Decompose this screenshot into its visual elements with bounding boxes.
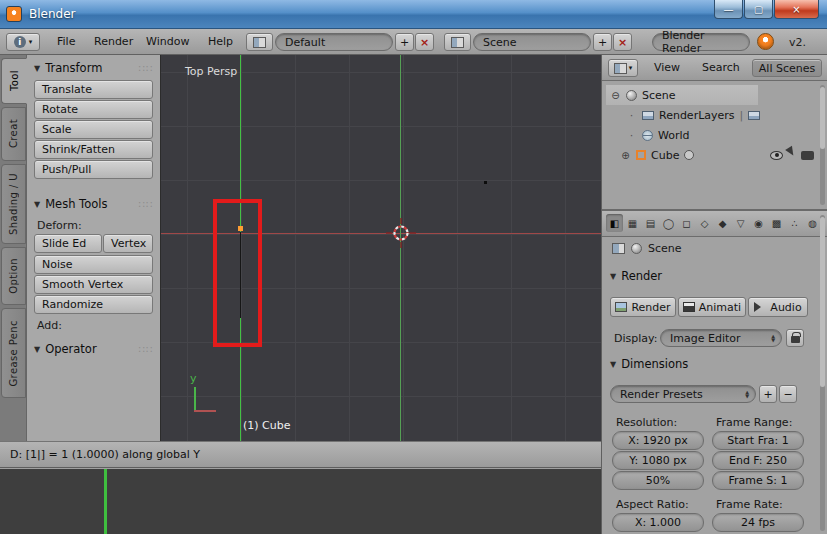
outliner-row-world[interactable]: · World	[602, 125, 820, 145]
layout-browse-button[interactable]	[246, 33, 273, 51]
shrink-fatten-button[interactable]: Shrink/Fatten	[34, 140, 153, 159]
properties-tab-modifiers-icon[interactable]: ◆	[714, 214, 731, 232]
viewport-3d[interactable]: Top Persp y (1) Cube	[160, 55, 601, 441]
properties-tab-physics-icon[interactable]: ◍	[804, 214, 821, 232]
properties-tab-scene-icon[interactable]: ▤	[642, 214, 659, 232]
aspect-x-field[interactable]: X: 1.000	[612, 513, 704, 532]
smooth-vertex-button[interactable]: Smooth Vertex	[34, 275, 153, 294]
close-button[interactable]: ×	[774, 0, 819, 19]
menu-window[interactable]: Window	[146, 35, 189, 48]
scene-add-button[interactable]: +	[593, 33, 612, 51]
properties-tab-particles-icon[interactable]: ∴	[786, 214, 803, 232]
view-name-label: Top Persp	[185, 65, 237, 78]
operator-panel-header[interactable]: ▼ Operator ∷∷	[27, 336, 160, 360]
layout-delete-button[interactable]: ×	[415, 33, 434, 51]
tab-create[interactable]: Creat	[1, 107, 26, 161]
render-still-button[interactable]: Render	[610, 297, 676, 317]
noise-button[interactable]: Noise	[34, 255, 153, 274]
frame-step-field[interactable]: Frame S: 1	[712, 471, 804, 490]
outliner-row-scene[interactable]: ⊖ Scene	[602, 85, 820, 105]
render-engine-dropdown[interactable]: Blender Render	[652, 33, 750, 51]
outliner-scrollbar[interactable]	[820, 85, 825, 205]
context-pin-icon[interactable]	[612, 243, 625, 254]
renderability-camera-icon[interactable]	[801, 151, 814, 160]
panel-grip-icon[interactable]: ∷∷	[138, 199, 153, 210]
expand-icon[interactable]: ⊕	[620, 150, 631, 161]
outliner-scope-dropdown[interactable]: All Scenes	[752, 59, 822, 77]
timeline[interactable]	[0, 469, 601, 534]
plus-icon: +	[763, 388, 772, 401]
panel-grip-icon[interactable]: ∷∷	[138, 344, 153, 355]
properties-tab-texture-icon[interactable]: ▩	[768, 214, 785, 232]
tab-options[interactable]: Option	[1, 247, 26, 305]
render-display-dropdown[interactable]: Image Editor ▲ ▼	[660, 329, 782, 347]
properties-tab-render-layers-icon[interactable]: ▦	[624, 214, 641, 232]
properties-tab-render-icon[interactable]: ◧	[606, 214, 623, 232]
transform-panel-header[interactable]: ▼ Transform ∷∷	[27, 55, 160, 79]
collapse-icon[interactable]: ⊖	[610, 90, 621, 101]
maximize-button[interactable]: ▢	[744, 0, 773, 19]
properties-tab-object-data-icon[interactable]: ▽	[732, 214, 749, 232]
window-titlebar[interactable]: Blender — ▢ ×	[0, 0, 827, 29]
push-pull-button[interactable]: Push/Pull	[34, 160, 153, 179]
frame-rate-field[interactable]: 24 fps	[712, 513, 804, 532]
timeline-playhead[interactable]	[104, 469, 107, 534]
outliner-menu-search[interactable]: Search	[702, 61, 740, 74]
menu-help[interactable]: Help	[208, 35, 233, 48]
scene-browse-button[interactable]	[444, 33, 471, 51]
selectability-pointer-icon[interactable]	[785, 146, 799, 161]
frame-rate-label: Frame Rate:	[716, 498, 783, 511]
scale-button[interactable]: Scale	[34, 120, 153, 139]
scrollbar-thumb[interactable]	[820, 217, 825, 387]
render-layer-toggle-icon[interactable]	[748, 111, 760, 120]
menu-file[interactable]: File	[57, 35, 75, 48]
properties-tab-row: ◧ ▦ ▤ ◯ ◻ ◇ ◆ ▽ ◉ ▩ ∴ ◍	[606, 214, 821, 232]
lock-interface-button[interactable]	[786, 329, 804, 347]
screen-layout-icon	[253, 37, 266, 48]
visibility-eye-icon[interactable]	[770, 151, 783, 160]
render-audio-button[interactable]: Audio	[748, 297, 808, 317]
editor-type-button[interactable]: i ▾	[6, 33, 40, 51]
mesh-tools-panel-header[interactable]: ▼ Mesh Tools ∷∷	[27, 191, 160, 215]
vertex-slide-button[interactable]: Vertex	[103, 234, 153, 253]
outliner-row-renderlayers[interactable]: · RenderLayers |	[602, 105, 820, 125]
render-animation-button[interactable]: Animati	[678, 297, 746, 317]
resolution-y-field[interactable]: Y: 1080 px	[612, 451, 704, 470]
randomize-button[interactable]: Randomize	[34, 295, 153, 314]
properties-tab-material-icon[interactable]: ◉	[750, 214, 767, 232]
frame-start-field[interactable]: Start Fra: 1	[712, 431, 804, 450]
render-panel-header[interactable]: ▼ Render	[602, 269, 662, 283]
properties-tab-constraints-icon[interactable]: ◇	[696, 214, 713, 232]
tab-shading-uv[interactable]: Shading / U	[1, 164, 26, 244]
tab-tools[interactable]: Tool	[1, 58, 27, 104]
layout-add-button[interactable]: +	[395, 33, 414, 51]
tab-grease-pencil[interactable]: Grease Penc	[1, 308, 26, 398]
outliner-menu-view[interactable]: View	[654, 61, 680, 74]
outliner-editor-type-button[interactable]: ▾	[608, 59, 638, 77]
outliner-item-label: Scene	[642, 89, 676, 102]
button-label: Animati	[699, 301, 741, 314]
scrollbar-thumb[interactable]	[820, 87, 825, 149]
render-presets-dropdown[interactable]: Render Presets ▲ ▼	[610, 385, 756, 403]
rotate-button[interactable]: Rotate	[34, 100, 153, 119]
properties-tab-object-icon[interactable]: ◻	[678, 214, 695, 232]
panel-grip-icon[interactable]: ∷∷	[138, 63, 153, 74]
3d-cursor[interactable]	[386, 218, 416, 248]
scene-name-field[interactable]: Scene	[473, 33, 591, 51]
layout-name-field[interactable]: Default	[275, 33, 393, 51]
properties-tab-world-icon[interactable]: ◯	[660, 214, 677, 232]
menu-render[interactable]: Render	[94, 35, 133, 48]
preset-remove-button[interactable]: −	[779, 385, 797, 403]
scene-delete-button[interactable]: ×	[613, 33, 632, 51]
resolution-x-field[interactable]: X: 1920 px	[612, 431, 704, 450]
minimize-button[interactable]: —	[714, 0, 743, 19]
slide-edge-button[interactable]: Slide Ed	[34, 234, 102, 253]
frame-end-field[interactable]: End F: 250	[712, 451, 804, 470]
properties-scrollbar[interactable]	[820, 215, 825, 531]
translate-button[interactable]: Translate	[34, 80, 153, 99]
preset-add-button[interactable]: +	[759, 385, 777, 403]
resolution-percent-field[interactable]: 50%	[612, 471, 704, 490]
dimensions-panel-header[interactable]: ▼ Dimensions	[602, 357, 688, 371]
outliner-row-cube[interactable]: ⊕ Cube	[602, 145, 820, 165]
collapse-icon: ▼	[34, 200, 40, 209]
